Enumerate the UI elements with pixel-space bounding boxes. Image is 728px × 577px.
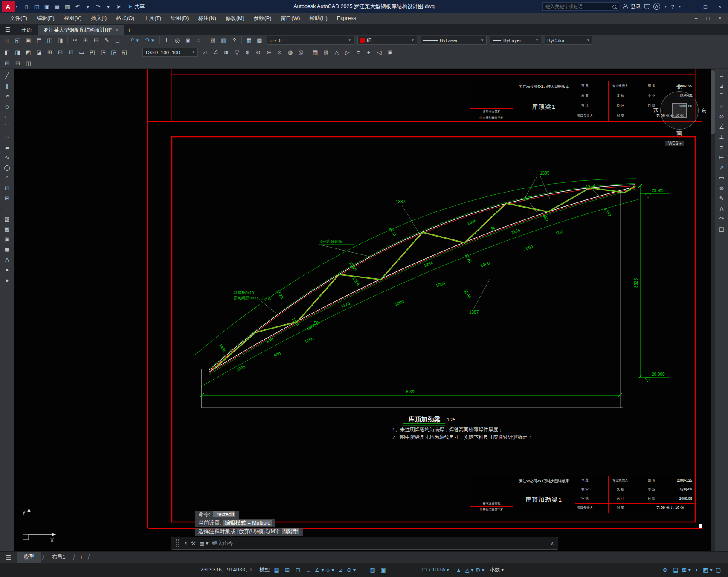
transparency-icon[interactable]: ▨ <box>367 564 378 575</box>
dimension-text[interactable]: 1000 <box>523 244 534 251</box>
tssd-icon-2[interactable]: ◨ <box>12 47 23 58</box>
compass-west-label[interactable]: 西 <box>653 107 659 115</box>
dimension-text[interactable]: 500 <box>556 229 564 236</box>
rectangle-tool-icon[interactable]: ▭ <box>2 112 12 121</box>
command-collapse-icon[interactable]: ∧ <box>551 541 554 546</box>
polygon-tool-icon[interactable]: ◇ <box>2 101 12 111</box>
dimension-text[interactable]: 1176 <box>340 301 351 309</box>
dimension-text[interactable]: 2006 <box>467 218 477 226</box>
tssd-icon-10[interactable]: ◳ <box>98 47 108 58</box>
dim-continue-icon[interactable]: ⊢ <box>716 153 727 162</box>
tssd-icon-9[interactable]: ◰ <box>87 47 98 58</box>
lower-dimension-arc[interactable] <box>200 199 638 387</box>
tab-start[interactable]: 开始 <box>15 25 38 35</box>
osnap-icon[interactable]: ⊙ ▾ <box>346 564 357 575</box>
zoom-window-icon[interactable]: ◉ <box>183 35 193 46</box>
menu-item[interactable]: 窗口(W) <box>276 13 305 24</box>
menu-item[interactable]: 修改(M) <box>221 13 249 24</box>
chevron-down-icon[interactable]: ▼ <box>348 38 351 42</box>
new-drawing-icon[interactable]: ▯ <box>2 35 12 46</box>
menu-item[interactable]: 插入(I) <box>86 13 111 24</box>
dim-edit-icon[interactable]: ✎ <box>716 193 727 203</box>
help-caret-icon[interactable]: ▾ <box>678 5 682 9</box>
tssd-icon-1[interactable]: ◧ <box>2 47 12 58</box>
autodesk-account-icon[interactable]: A <box>653 3 660 10</box>
chevron-down-icon[interactable]: ▼ <box>192 50 195 54</box>
undo-caret-icon[interactable]: ▾ <box>83 1 93 12</box>
spline-tool-icon[interactable]: ∿ <box>2 153 12 162</box>
dimension-text[interactable]: 1176 <box>464 253 473 264</box>
tssd-icon-12[interactable]: ◱ <box>119 47 130 58</box>
dimension-text[interactable]: 1299 <box>235 364 246 372</box>
workspace-gear-icon[interactable]: ⚙ ▾ <box>475 564 485 575</box>
dim-ordinate-icon[interactable]: ⊥ <box>716 132 727 142</box>
help-icon[interactable]: ? <box>671 3 674 10</box>
command-tools-icon[interactable]: ⚒ <box>191 540 196 546</box>
menu-item[interactable]: 视图(V) <box>59 13 87 24</box>
dimension-text[interactable]: δ=4库顶钢板 <box>320 239 342 244</box>
toolbar2-icon-15[interactable]: ≋ <box>221 47 232 58</box>
arc-tool-icon[interactable]: ⌒ <box>2 122 12 132</box>
titleblock-bottom[interactable]: 各专业会签栏 注册师印章签字栏 罗江xx公司4X1万吨大型钢板库 库顶加劲梁1 … <box>470 476 694 513</box>
save-icon[interactable]: ▣ <box>42 1 52 12</box>
dimension-text[interactable]: 1387 <box>396 199 406 204</box>
region-tool-icon[interactable]: ▣ <box>2 234 12 244</box>
dimension-text[interactable]: 1523 <box>276 289 284 300</box>
line-tool-icon[interactable]: ╱ <box>2 71 12 81</box>
chevron-down-icon[interactable]: ▼ <box>481 38 484 42</box>
redo-caret-icon[interactable]: ▾ <box>103 1 113 12</box>
dimension-text[interactable]: 40 <box>490 225 496 232</box>
clean-screen-icon[interactable]: ▢ <box>713 564 724 575</box>
make-block-icon[interactable]: ⊞ <box>2 193 12 203</box>
toolbar2-icon-22[interactable]: ◎ <box>296 47 306 58</box>
annotation-monitor-icon[interactable]: ⊕ <box>660 564 670 575</box>
height-dimension[interactable]: 3925 <box>634 278 638 288</box>
color-combobox[interactable]: 红 ▼ <box>357 36 417 45</box>
polyline-tool-icon[interactable]: ≈ <box>2 91 12 101</box>
ortho-icon[interactable]: ∟ <box>303 564 314 575</box>
lineweight-combobox[interactable]: ByLayer ▼ <box>490 36 541 45</box>
toolbar2-icon-27[interactable]: ≡ <box>353 47 363 58</box>
share-button[interactable]: ➤ 共享 <box>128 3 145 10</box>
toolbar2-icon-23[interactable]: ▦ <box>310 47 321 58</box>
xline-tool-icon[interactable]: ∥ <box>2 81 12 91</box>
command-customize-icon[interactable]: ▦ ▾ <box>200 540 209 546</box>
toolbar2-icon-19[interactable]: ⊗ <box>264 47 274 58</box>
point-style-green-icon[interactable]: ● <box>2 275 12 285</box>
mtext-tool-icon[interactable]: A <box>2 255 12 265</box>
snap-mode-icon[interactable]: ⊞ <box>282 564 293 575</box>
tab-model[interactable]: 模型 <box>17 552 41 563</box>
store-cart-icon[interactable] <box>644 4 650 9</box>
point-style-blue-icon[interactable]: ● <box>2 265 12 275</box>
tssd-icon-6[interactable]: ⊟ <box>55 47 66 58</box>
app-logo-icon[interactable]: A <box>2 1 15 12</box>
ellipse-tool-icon[interactable]: ◯ <box>2 163 12 173</box>
compass-south-label[interactable]: 南 <box>676 130 682 137</box>
publish-icon[interactable]: ◨ <box>55 35 66 46</box>
mdi-minimize-button[interactable]: – <box>691 15 701 21</box>
model-space-indicator[interactable]: 模型 <box>259 566 270 574</box>
tssd-icon-8[interactable]: ▭ <box>76 47 87 58</box>
signin-button[interactable]: 登录 <box>631 3 641 10</box>
dimension-text[interactable]: 斜撑板δ=10 <box>234 291 254 295</box>
tssd-icon-5[interactable]: ⊞ <box>44 47 55 58</box>
toolbar2-icon-25[interactable]: △ <box>331 47 342 58</box>
signin-user-icon[interactable] <box>623 4 627 9</box>
dimension-text[interactable]: 1000 <box>435 280 446 288</box>
dimension-labels[interactable]: 1385137415251387129963050011561000402006… <box>218 171 612 372</box>
vertical-scrollbar[interactable] <box>711 69 715 551</box>
open-drawing-icon[interactable]: ◱ <box>12 35 23 46</box>
truss-web-members[interactable] <box>214 186 635 369</box>
compass-north-label[interactable]: 北 <box>676 84 682 91</box>
chevron-down-icon[interactable]: ▼ <box>586 38 590 42</box>
tab-menu-icon[interactable]: ☰ <box>0 24 15 35</box>
dim-radius-icon[interactable]: ◌ <box>716 101 727 111</box>
copy-icon[interactable]: ⊞ <box>80 35 91 46</box>
toolbar3-icon-1[interactable]: ⊞ <box>2 58 12 69</box>
zoom-realtime-icon[interactable]: ◎ <box>172 35 183 46</box>
dim-text-edit-icon[interactable]: A <box>716 204 727 213</box>
undo-icon[interactable]: ↶ ▾ <box>127 35 142 46</box>
toolbar2-icon-30[interactable]: ▣ <box>385 47 395 58</box>
toolbar3-icon-2[interactable]: ⊟ <box>12 58 23 69</box>
dim-style-icon[interactable]: ▤ <box>716 224 727 234</box>
